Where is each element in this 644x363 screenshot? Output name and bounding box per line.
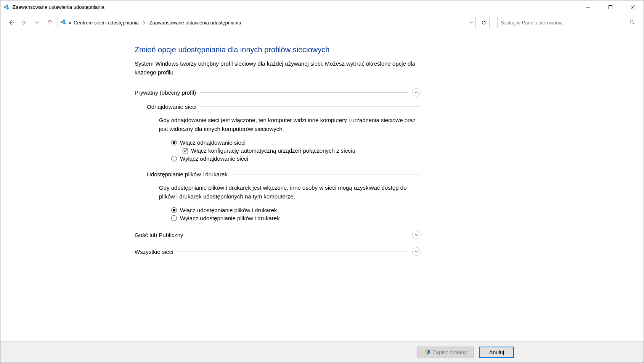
profile-guest-label: Gość lub Publiczny [135, 232, 183, 238]
file-printer-desc: Gdy udostępnianie plików i drukarek jest… [159, 184, 421, 201]
address-dropdown-icon[interactable] [469, 20, 473, 26]
file-printer-label: Udostępnianie plików i drukarek [147, 171, 228, 177]
chevron-right-icon [141, 20, 147, 26]
breadcrumb-prefix: « [69, 20, 71, 26]
cancel-button-label: Anuluj [489, 349, 504, 355]
svg-line-14 [633, 23, 634, 24]
checkbox-label: Włącz konfigurację automatyczną urządzeń… [191, 147, 355, 154]
refresh-button[interactable] [478, 17, 490, 28]
title-bar: Zaawansowane ustawienia udostępniania [0, 0, 644, 14]
app-icon [3, 4, 10, 10]
minimize-button[interactable] [577, 0, 599, 14]
profile-all-header[interactable]: Wszystkie sieci [135, 247, 421, 256]
radio-icon [171, 215, 177, 221]
svg-point-10 [61, 21, 63, 23]
up-button[interactable] [45, 17, 55, 28]
search-placeholder: Szukaj w Panelu sterowania [501, 20, 630, 26]
chevron-down-icon[interactable] [412, 247, 421, 256]
window-title: Zaawansowane ustawienia udostępniania [13, 4, 577, 10]
cancel-button[interactable]: Anuluj [479, 347, 514, 358]
window-frame: Zaawansowane ustawienia udostępniania « … [0, 0, 644, 363]
breadcrumb-item[interactable]: Centrum sieci i udostępniania [74, 20, 139, 26]
svg-point-11 [63, 19, 65, 22]
search-input[interactable]: Szukaj w Panelu sterowania [497, 17, 638, 28]
shield-icon [425, 349, 430, 355]
radio-label: Wyłącz udostępnianie plików i drukarek [180, 215, 280, 221]
radio-label: Wyłącz odnajdowanie sieci [180, 155, 248, 162]
radio-network-discovery-on[interactable]: Włącz odnajdowanie sieci [171, 139, 421, 146]
back-button[interactable] [6, 17, 16, 28]
svg-point-12 [63, 22, 66, 24]
radio-label: Włącz udostępnianie plików i drukarek [180, 207, 277, 213]
radio-icon [171, 140, 177, 145]
radio-file-printer-on[interactable]: Włącz udostępnianie plików i drukarek [171, 207, 421, 213]
svg-point-0 [4, 6, 6, 8]
checkbox-auto-config[interactable]: Włącz konfigurację automatyczną urządzeń… [183, 147, 421, 154]
address-bar[interactable]: « Centrum sieci i udostępniania Zaawanso… [58, 17, 476, 28]
save-button[interactable]: Zapisz zmiany [418, 347, 474, 358]
network-icon [60, 19, 66, 26]
file-printer-header: Udostępnianie plików i drukarek [147, 171, 421, 177]
window-controls [577, 0, 644, 14]
profile-all-label: Wszystkie sieci [135, 248, 173, 255]
recent-locations-button[interactable] [32, 17, 42, 28]
radio-icon [171, 207, 177, 213]
search-icon [630, 19, 635, 26]
footer-bar: Zapisz zmiany Anuluj [0, 341, 644, 363]
checkbox-icon [183, 148, 188, 153]
network-discovery-label: Odnajdowanie sieci [147, 103, 196, 110]
radio-file-printer-off[interactable]: Wyłącz udostępnianie plików i drukarek [171, 215, 421, 221]
profile-private-header[interactable]: Prywatny (obecny profil) [135, 88, 421, 97]
maximize-button[interactable] [599, 0, 622, 14]
svg-point-2 [6, 7, 9, 10]
svg-point-1 [6, 5, 8, 7]
network-discovery-desc: Gdy odnajdowanie sieci jest włączone, te… [159, 116, 421, 133]
profile-private-label: Prywatny (obecny profil) [135, 89, 196, 96]
forward-button[interactable] [19, 17, 29, 28]
profile-guest-header[interactable]: Gość lub Publiczny [135, 231, 421, 239]
save-button-label: Zapisz zmiany [433, 349, 467, 355]
radio-label: Włącz odnajdowanie sieci [180, 139, 246, 146]
page-intro: System Windows tworzy odrębny profil sie… [135, 60, 421, 77]
content-area: Zmień opcje udostępniania dla innych pro… [0, 31, 644, 341]
chevron-down-icon[interactable] [412, 231, 421, 239]
chevron-up-icon[interactable] [412, 88, 421, 97]
page-heading: Zmień opcje udostępniania dla innych pro… [135, 45, 421, 54]
close-button[interactable] [622, 0, 644, 14]
breadcrumb-item-current[interactable]: Zaawansowane ustawienia udostępniania [149, 20, 241, 26]
svg-point-13 [630, 20, 633, 23]
nav-bar: « Centrum sieci i udostępniania Zaawanso… [0, 14, 644, 31]
network-discovery-header: Odnajdowanie sieci [147, 103, 421, 110]
svg-rect-4 [609, 5, 612, 9]
radio-icon [171, 156, 177, 161]
radio-network-discovery-off[interactable]: Wyłącz odnajdowanie sieci [171, 155, 421, 162]
